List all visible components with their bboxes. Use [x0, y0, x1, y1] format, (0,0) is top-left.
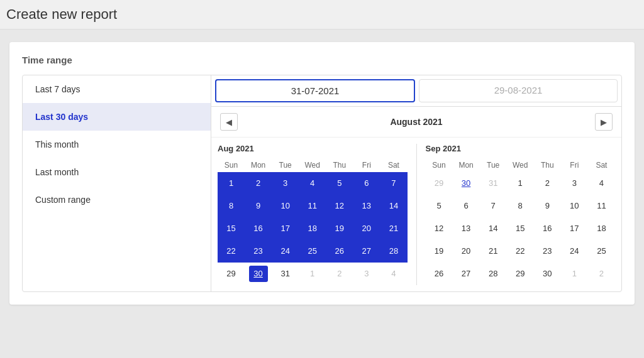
left-calendar-day-1-2[interactable]: 10 [272, 195, 299, 217]
left-calendar-day-2-6[interactable]: 21 [380, 217, 407, 240]
page-header: Create new report [0, 0, 644, 30]
start-date-field[interactable]: 31-07-2021 [215, 79, 415, 102]
right-calendar-day-3-0[interactable]: 19 [426, 240, 453, 263]
right-calendar-day-0-5[interactable]: 3 [561, 172, 588, 195]
right-calendar-day-2-4[interactable]: 16 [534, 217, 561, 240]
left-calendar-day-3-0[interactable]: 22 [218, 240, 245, 263]
left-calendar-day-0-1[interactable]: 2 [245, 172, 272, 195]
calendar-panel: 31-07-2021 29-08-2021 ◀ August 2021 ▶ Au… [211, 75, 621, 291]
left-calendar-day-4-1[interactable]: 30 [245, 263, 272, 285]
date-inputs-wrapper: 31-07-2021 29-08-2021 [211, 75, 621, 107]
range-option-lastmonth[interactable]: Last month [23, 158, 211, 186]
right-calendar-day-1-1[interactable]: 6 [453, 195, 480, 217]
right-calendar-day-3-5[interactable]: 24 [561, 240, 588, 263]
left-calendar-day-0-5[interactable]: 6 [353, 172, 380, 195]
right-calendar-day-0-3[interactable]: 1 [507, 172, 534, 195]
left-calendar-day-0-2[interactable]: 3 [272, 172, 299, 195]
right-calendar: Sep 2021SunMonTueWedThuFriSat29303112345… [419, 144, 622, 285]
left-calendar-day-3-4[interactable]: 26 [326, 240, 353, 263]
left-calendar-weekday-thu: Thu [326, 158, 353, 172]
end-date-field[interactable]: 29-08-2021 [419, 79, 618, 102]
left-calendar-month-label: Aug 2021 [218, 144, 408, 153]
right-calendar-weekday-sun: Sun [426, 158, 453, 172]
right-calendar-day-3-1[interactable]: 20 [453, 240, 480, 263]
right-calendar-day-1-6[interactable]: 11 [588, 195, 615, 217]
right-calendar-day-3-3[interactable]: 22 [507, 240, 534, 263]
right-calendar-day-4-5[interactable]: 1 [561, 263, 588, 285]
range-option-last30[interactable]: Last 30 days [23, 103, 211, 131]
right-calendar-grid: SunMonTueWedThuFriSat2930311234567891011… [426, 158, 616, 285]
left-calendar-day-2-3[interactable]: 18 [299, 217, 326, 240]
left-calendar-day-1-5[interactable]: 13 [353, 195, 380, 217]
left-calendar-day-4-5[interactable]: 3 [353, 263, 380, 285]
right-calendar-day-4-3[interactable]: 29 [507, 263, 534, 285]
right-calendar-weekday-thu: Thu [534, 158, 561, 172]
report-container: Last 7 daysLast 30 daysThis monthLast mo… [22, 75, 622, 292]
right-calendar-month-label: Sep 2021 [426, 144, 616, 153]
right-calendar-day-3-2[interactable]: 21 [480, 240, 507, 263]
right-calendar-day-4-4[interactable]: 30 [534, 263, 561, 285]
right-calendar-day-2-0[interactable]: 12 [426, 217, 453, 240]
left-calendar-day-0-3[interactable]: 4 [299, 172, 326, 195]
prev-month-button[interactable]: ◀ [220, 113, 238, 131]
right-calendar-day-0-6[interactable]: 4 [588, 172, 615, 195]
right-calendar-day-2-1[interactable]: 13 [453, 217, 480, 240]
right-calendar-day-0-4[interactable]: 2 [534, 172, 561, 195]
right-calendar-day-2-3[interactable]: 15 [507, 217, 534, 240]
right-calendar-day-2-2[interactable]: 14 [480, 217, 507, 240]
right-calendar-day-0-1[interactable]: 30 [453, 172, 480, 195]
right-calendar-day-1-3[interactable]: 8 [507, 195, 534, 217]
right-calendar-day-2-5[interactable]: 17 [561, 217, 588, 240]
right-calendar-weekday-mon: Mon [453, 158, 480, 172]
calendars-wrapper: Aug 2021SunMonTueWedThuFriSat12345678910… [211, 138, 621, 291]
left-calendar-day-4-0[interactable]: 29 [218, 263, 245, 285]
right-calendar-day-3-4[interactable]: 23 [534, 240, 561, 263]
left-calendar-day-0-4[interactable]: 5 [326, 172, 353, 195]
left-calendar-day-3-2[interactable]: 24 [272, 240, 299, 263]
right-calendar-day-4-0[interactable]: 26 [426, 263, 453, 285]
right-calendar-day-4-2[interactable]: 28 [480, 263, 507, 285]
left-calendar-weekday-sun: Sun [218, 158, 245, 172]
next-month-button[interactable]: ▶ [595, 113, 613, 131]
left-calendar-day-1-0[interactable]: 8 [218, 195, 245, 217]
right-calendar-weekday-sat: Sat [588, 158, 615, 172]
left-calendar-day-3-5[interactable]: 27 [353, 240, 380, 263]
left-calendar-day-3-1[interactable]: 23 [245, 240, 272, 263]
left-calendar-day-1-6[interactable]: 14 [380, 195, 407, 217]
left-calendar-day-0-6[interactable]: 7 [380, 172, 407, 195]
left-calendar-day-0-0[interactable]: 1 [218, 172, 245, 195]
left-calendar-day-2-4[interactable]: 19 [326, 217, 353, 240]
left-calendar-day-2-1[interactable]: 16 [245, 217, 272, 240]
right-calendar-day-1-2[interactable]: 7 [480, 195, 507, 217]
calendar-divider [416, 144, 417, 285]
right-calendar-day-0-2[interactable]: 31 [480, 172, 507, 195]
left-calendar-day-2-2[interactable]: 17 [272, 217, 299, 240]
right-calendar-day-4-6[interactable]: 2 [588, 263, 615, 285]
left-calendar-day-4-3[interactable]: 1 [299, 263, 326, 285]
left-calendar-day-4-2[interactable]: 31 [272, 263, 299, 285]
main-card: Time range Last 7 daysLast 30 daysThis m… [9, 42, 635, 305]
left-calendar-day-1-3[interactable]: 11 [299, 195, 326, 217]
left-calendar-day-1-4[interactable]: 12 [326, 195, 353, 217]
range-option-last7[interactable]: Last 7 days [23, 75, 211, 103]
left-calendar-day-1-1[interactable]: 9 [245, 195, 272, 217]
right-calendar-day-1-5[interactable]: 10 [561, 195, 588, 217]
left-calendar-day-4-4[interactable]: 2 [326, 263, 353, 285]
range-option-thismonth[interactable]: This month [23, 131, 211, 158]
right-calendar-weekday-wed: Wed [507, 158, 534, 172]
right-calendar-day-4-1[interactable]: 27 [453, 263, 480, 285]
left-calendar: Aug 2021SunMonTueWedThuFriSat12345678910… [211, 144, 414, 285]
left-calendar-weekday-wed: Wed [299, 158, 326, 172]
left-calendar-day-2-5[interactable]: 20 [353, 217, 380, 240]
range-option-custom[interactable]: Custom range [23, 186, 211, 214]
right-calendar-weekday-tue: Tue [480, 158, 507, 172]
right-calendar-day-2-6[interactable]: 18 [588, 217, 615, 240]
right-calendar-day-1-0[interactable]: 5 [426, 195, 453, 217]
right-calendar-day-0-0[interactable]: 29 [426, 172, 453, 195]
left-calendar-day-3-3[interactable]: 25 [299, 240, 326, 263]
right-calendar-day-3-6[interactable]: 25 [588, 240, 615, 263]
right-calendar-day-1-4[interactable]: 9 [534, 195, 561, 217]
left-calendar-day-3-6[interactable]: 28 [380, 240, 407, 263]
left-calendar-day-2-0[interactable]: 15 [218, 217, 245, 240]
left-calendar-day-4-6[interactable]: 4 [380, 263, 407, 285]
